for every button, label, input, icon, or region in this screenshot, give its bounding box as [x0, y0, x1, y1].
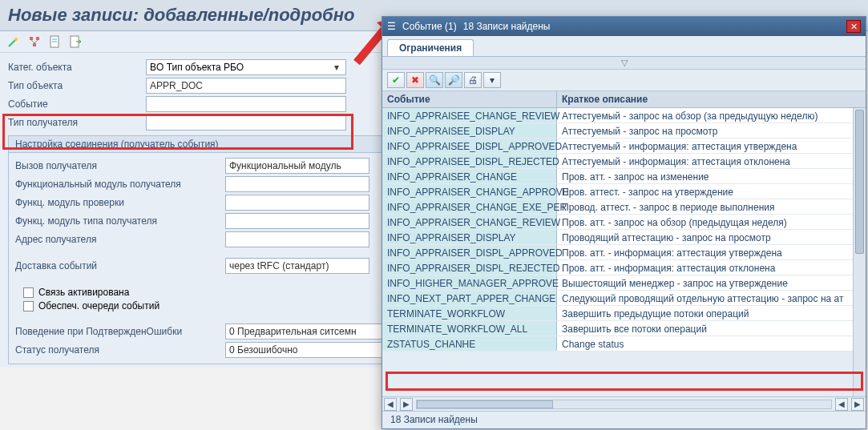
object-category-select[interactable]: BO Тип объекта РБО ▾ [146, 59, 346, 75]
event-input[interactable] [146, 96, 346, 112]
queue-checkbox[interactable] [23, 301, 34, 311]
cell-event: INFO_HIGHER_MANAGER_APPROVE [382, 275, 557, 290]
wand-icon[interactable] [6, 34, 21, 49]
table-row[interactable]: TERMINATE_WORKFLOWЗавершить предыдущие п… [382, 306, 866, 321]
table-row[interactable]: INFO_APPRAISER_DISPL_REJECTEDПров. атт. … [382, 260, 866, 275]
cell-event: INFO_APPRAISEE_DISPL_APPROVED [382, 139, 557, 153]
search-help-dialog: ☰ Событие (1) 18 Записи найдены ✕ Ограни… [382, 16, 866, 429]
col-desc-header[interactable]: Краткое описание [557, 91, 866, 107]
grid-header: Событие Краткое описание [382, 91, 866, 108]
table-row[interactable]: INFO_APPRAISER_CHANGEПров. атт. - запрос… [382, 169, 866, 184]
vertical-scrollbar[interactable] [853, 108, 866, 396]
cell-event: INFO_APPRAISER_DISPL_APPROVED [382, 245, 557, 259]
tab-restrictions[interactable]: Ограничения [387, 39, 474, 56]
document-icon[interactable] [48, 34, 63, 49]
close-icon[interactable]: ✕ [846, 20, 861, 33]
table-row[interactable]: ZSTATUS_CHANHEChange status [382, 336, 866, 352]
receiver-call-label: Вызов получателя [15, 160, 225, 171]
hscroll-thumb[interactable] [417, 400, 553, 408]
table-row[interactable]: INFO_APPRAISEE_DISPLAYАттестуемый - запр… [382, 123, 866, 139]
dialog-title-text: Событие (1) [402, 21, 457, 32]
cell-event: TERMINATE_WORKFLOW_ALL [382, 321, 557, 336]
result-grid: Событие Краткое описание INFO_APPRAISEE_… [382, 91, 866, 396]
receiver-status-label: Статус получателя [15, 344, 225, 356]
link-active-label: Связь активирована [38, 287, 129, 298]
object-type-input[interactable] [146, 78, 346, 94]
cell-event: INFO_APPRAISER_CHANGE [382, 169, 557, 183]
table-row[interactable]: INFO_APPRAISER_DISPLAYПроводящий аттеста… [382, 230, 866, 245]
table-row[interactable]: INFO_APPRAISEE_DISPL_APPROVEDАттестуемый… [382, 139, 866, 154]
dialog-toolbar: ✔ ✖ 🔍 🔎 🖨 ▾ [382, 70, 866, 91]
scroll-left-icon[interactable]: ◀ [384, 398, 397, 411]
scroll-right-icon[interactable]: ▶ [851, 398, 864, 411]
scroll-left-step-icon[interactable]: ▶ [400, 398, 413, 411]
object-type-label: Тип объекта [8, 80, 146, 91]
more-button[interactable]: ▾ [483, 72, 501, 88]
fm-check-label: Функц. модуль проверки [15, 197, 225, 208]
table-row[interactable]: TERMINATE_WORKFLOW_ALLЗавершить все пото… [382, 321, 866, 336]
fm-receiver-input[interactable] [225, 176, 369, 192]
hscroll-track[interactable] [416, 400, 832, 409]
dialog-tabs: Ограничения [382, 36, 866, 57]
delivery-input[interactable] [225, 258, 369, 274]
link-active-checkbox[interactable] [23, 287, 34, 298]
table-row[interactable]: INFO_APPRAISER_CHANGE_APPROVEПров. аттес… [382, 184, 866, 199]
cell-event: ZSTATUS_CHANHE [382, 336, 557, 351]
search-button[interactable]: 🔍 [426, 72, 443, 88]
cell-event: INFO_APPRAISER_CHANGE_EXE_PER [382, 199, 557, 214]
receiver-addr-label: Адрес получателя [15, 234, 225, 245]
cell-event: INFO_APPRAISER_DISPLAY [382, 230, 557, 244]
search-next-button[interactable]: 🔎 [445, 72, 462, 88]
grid-body: INFO_APPRAISEE_CHANGE_REVIEWАттестуемый … [382, 108, 866, 396]
delivery-label: Доставка событий [15, 260, 225, 271]
print-button[interactable]: 🖨 [464, 72, 482, 88]
col-event-header[interactable]: Событие [382, 91, 557, 107]
behavior-input[interactable] [225, 324, 386, 340]
cell-event: INFO_APPRAISEE_DISPL_REJECTED [382, 154, 557, 168]
cell-event: INFO_APPRAISER_CHANGE_REVIEW [382, 215, 557, 229]
table-row[interactable]: INFO_APPRAISER_CHANGE_EXE_PERПровод. атт… [382, 199, 866, 215]
filter-collapse-bar[interactable]: ▽ [382, 57, 866, 70]
dialog-status-bar: 18 Записи найдены [382, 411, 866, 428]
dialog-list-icon: ☰ [387, 21, 396, 32]
forward-icon[interactable] [69, 34, 83, 49]
structure-icon[interactable] [27, 34, 42, 49]
scroll-right-step-icon[interactable]: ◀ [835, 398, 848, 411]
receiver-status-input[interactable] [225, 342, 386, 358]
cell-desc: Пров. атт. - запрос на обзор (предыдущая… [557, 215, 866, 229]
behavior-label: Поведение при ПодтвержденОшибки [15, 326, 225, 337]
fm-check-input[interactable] [225, 195, 369, 211]
dialog-title-bar[interactable]: ☰ Событие (1) 18 Записи найдены ✕ [382, 17, 866, 36]
table-row[interactable]: INFO_APPRAISEE_CHANGE_REVIEWАттестуемый … [382, 108, 866, 123]
table-row[interactable]: INFO_APPRAISEE_DISPL_REJECTEDАттестуемый… [382, 154, 866, 169]
chevron-down-icon: ▾ [331, 62, 342, 73]
svg-line-0 [9, 40, 15, 46]
svg-rect-2 [30, 37, 33, 40]
event-label: Событие [8, 98, 146, 110]
cell-desc: Пров. атт. - информация: аттестация утве… [557, 245, 866, 259]
receiver-type-label: Тип получателя [8, 117, 146, 128]
scroll-thumb[interactable] [855, 110, 864, 254]
cell-desc: Пров. аттест. - запрос на утверждение [557, 184, 866, 199]
fm-rectype-input[interactable] [225, 213, 369, 229]
queue-label: Обеспеч. очереди событий [38, 300, 159, 311]
table-row[interactable]: INFO_APPRAISER_CHANGE_REVIEWПров. атт. -… [382, 215, 866, 230]
table-row[interactable]: INFO_NEXT_PART_APPER_CHANGEСледующий про… [382, 291, 866, 306]
cell-desc: Провод. аттест. - запрос в периоде выпол… [557, 199, 866, 214]
cell-event: INFO_APPRAISEE_DISPLAY [382, 123, 557, 138]
fm-rectype-label: Функц. модуль типа получателя [15, 215, 225, 227]
collapse-icon: ▽ [621, 58, 628, 68]
receiver-call-input[interactable] [225, 158, 369, 174]
receiver-addr-input[interactable] [225, 231, 369, 247]
horizontal-scrollbar[interactable]: ◀ ▶ ◀ ▶ [382, 396, 866, 411]
svg-rect-3 [36, 37, 39, 40]
cell-desc: Аттестуемый - запрос на просмотр [557, 123, 866, 138]
cell-desc: Аттестуемый - информация: аттестация утв… [557, 139, 866, 153]
accept-button[interactable]: ✔ [387, 72, 405, 88]
cell-desc: Проводящий аттестацию - запрос на просмо… [557, 230, 866, 244]
cancel-button[interactable]: ✖ [406, 72, 424, 88]
table-row[interactable]: INFO_HIGHER_MANAGER_APPROVEВышестоящий м… [382, 275, 866, 291]
cell-desc: Аттестуемый - запрос на обзор (за предыд… [557, 108, 866, 123]
table-row[interactable]: INFO_APPRAISER_DISPL_APPROVEDПров. атт. … [382, 245, 866, 260]
receiver-type-input[interactable] [146, 115, 346, 131]
